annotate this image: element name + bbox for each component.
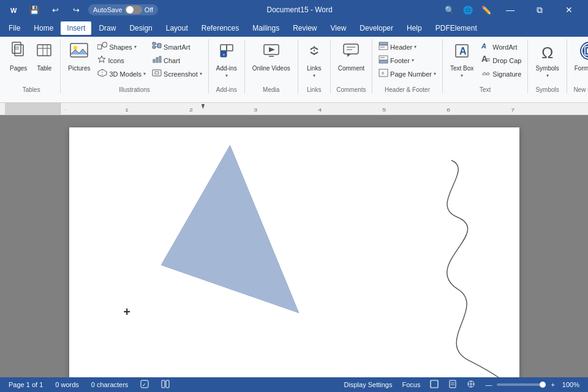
proofing-icon[interactable]: ✓	[138, 380, 151, 390]
svg-rect-24	[155, 72, 159, 74]
header-arrow: ▾	[414, 44, 417, 50]
online-videos-btn[interactable]: Online Videos	[249, 39, 294, 74]
ribbon-group-addins: + Add-ins ▾ Add-ins	[210, 39, 245, 93]
restore-btn[interactable]: ⧉	[526, 0, 554, 20]
ribbon-group-text: A Text Box ▾ A WordArt A	[444, 39, 528, 93]
drop-cap-btn[interactable]: A Drop Cap	[478, 54, 524, 67]
menu-design[interactable]: Design	[123, 21, 158, 35]
links-arrow: ▾	[313, 73, 315, 78]
ribbon-group-tables: Pages Table Tables	[4, 39, 61, 93]
pages-btn[interactable]: Pages	[6, 39, 31, 74]
menu-file[interactable]: File	[2, 21, 26, 35]
svg-point-11	[74, 46, 77, 50]
screenshot-btn[interactable]: Screenshot ▾	[149, 67, 205, 80]
close-btn[interactable]: ✕	[555, 0, 583, 20]
words-status[interactable]: 0 words	[53, 381, 81, 388]
menu-pdfelement[interactable]: PDFElement	[429, 21, 483, 35]
footer-label: Footer	[390, 57, 410, 64]
pen-btn[interactable]: ✏️	[478, 1, 495, 18]
header-btn[interactable]: Header ▾	[376, 40, 439, 53]
page-number-icon: #	[379, 69, 388, 79]
document-page[interactable]: +	[69, 127, 519, 377]
page-status[interactable]: Page 1 of 1	[6, 381, 45, 388]
autosave-toggle[interactable]	[125, 6, 142, 14]
svg-text:W: W	[10, 7, 17, 14]
search-btn[interactable]: 🔍	[441, 1, 458, 18]
ribbon-group-symbols: Ω Symbols ▾ Symbols	[529, 39, 567, 93]
menu-references[interactable]: References	[195, 21, 245, 35]
menu-draw[interactable]: Draw	[92, 21, 122, 35]
shapes-btn[interactable]: Shapes ▾	[95, 40, 148, 53]
view-web-btn[interactable]	[464, 380, 478, 390]
characters-status[interactable]: 0 characters	[89, 381, 131, 388]
signature-btn[interactable]: Signature	[478, 67, 524, 80]
smartart-label: SmartArt	[164, 43, 190, 51]
menu-view[interactable]: View	[325, 21, 353, 35]
drop-cap-label: Drop Cap	[492, 57, 521, 64]
menu-review[interactable]: Review	[287, 21, 323, 35]
links-btn[interactable]: Links ▾	[302, 39, 326, 80]
document-title: Document15 - Word	[267, 6, 333, 14]
redo-quick-btn[interactable]: ↪	[67, 1, 85, 18]
pictures-btn[interactable]: Pictures	[64, 39, 94, 74]
display-settings-btn[interactable]: Display Settings	[342, 381, 395, 388]
links-group-label: Links	[302, 85, 326, 93]
svg-rect-33	[344, 44, 358, 54]
minimize-btn[interactable]: —	[496, 0, 524, 20]
online-videos-label: Online Videos	[252, 65, 290, 72]
chart-btn[interactable]: Chart	[149, 54, 205, 67]
chart-icon	[152, 55, 162, 66]
svg-rect-70	[166, 380, 169, 388]
focus-btn[interactable]: Focus	[399, 381, 423, 388]
wordart-btn[interactable]: A WordArt	[478, 40, 524, 53]
drawing-canvas: +	[69, 127, 519, 377]
zoom-out-btn[interactable]: —	[483, 381, 494, 388]
icons-label: Icons	[108, 57, 124, 64]
smartart-btn[interactable]: SmartArt	[149, 40, 205, 53]
addins-label: Add-ins	[216, 65, 237, 72]
menu-developer[interactable]: Developer	[353, 21, 399, 35]
svg-text:5: 5	[382, 107, 386, 113]
symbols-btn[interactable]: Ω Symbols ▾	[532, 39, 562, 80]
svg-text:1: 1	[125, 107, 129, 113]
addins-btn[interactable]: + Add-ins ▾	[213, 39, 241, 80]
svg-rect-21	[156, 58, 158, 62]
menu-bar: File Home Insert Draw Design Layout Refe…	[0, 20, 588, 37]
save-quick-btn[interactable]: 💾	[26, 1, 43, 18]
menu-layout[interactable]: Layout	[160, 21, 194, 35]
svg-rect-10	[70, 43, 88, 57]
smartart-icon	[152, 42, 162, 52]
media-group-label: Media	[249, 85, 294, 93]
comment-btn[interactable]: Comment	[334, 39, 368, 74]
zoom-level[interactable]: 100%	[560, 381, 582, 388]
footer-btn[interactable]: Footer ▾	[376, 54, 439, 67]
icons-btn[interactable]: Icons	[95, 54, 148, 67]
comment-icon	[342, 41, 360, 64]
table-btn[interactable]: Table	[32, 39, 56, 74]
menu-help[interactable]: Help	[401, 21, 428, 35]
form-field-btn[interactable]: Form Field ▾	[571, 39, 588, 80]
zoom-in-btn[interactable]: +	[548, 381, 557, 388]
illustrations-items: Pictures Shapes ▾ Icons	[64, 39, 204, 85]
view-normal-btn[interactable]	[428, 380, 441, 390]
3d-models-btn[interactable]: 3D Models ▾	[95, 67, 148, 80]
svg-text:A: A	[481, 42, 486, 50]
text-box-btn[interactable]: A Text Box ▾	[447, 39, 477, 80]
menu-mailings[interactable]: Mailings	[246, 21, 285, 35]
ruler: · 1 2 3 4 5 6 7	[0, 103, 588, 115]
column-icon[interactable]	[159, 380, 172, 390]
page-number-btn[interactable]: # Page Number ▾	[376, 67, 439, 80]
autosave-pill[interactable]: AutoSave Off	[88, 4, 158, 15]
menu-insert[interactable]: Insert	[61, 21, 91, 35]
view-print-btn[interactable]	[446, 380, 459, 390]
symbols-icon: Ω	[539, 41, 556, 64]
ribbon-group-comments: Comment Comments	[332, 39, 372, 93]
shapes-icon	[97, 42, 107, 52]
footer-icon	[379, 55, 388, 66]
undo-quick-btn[interactable]: ↩	[47, 1, 64, 18]
svg-text:+: +	[222, 52, 225, 58]
form-field-icon	[579, 41, 588, 64]
globe-btn[interactable]: 🌐	[459, 1, 477, 18]
form-field-label: Form Field	[575, 65, 588, 72]
menu-home[interactable]: Home	[28, 21, 59, 35]
